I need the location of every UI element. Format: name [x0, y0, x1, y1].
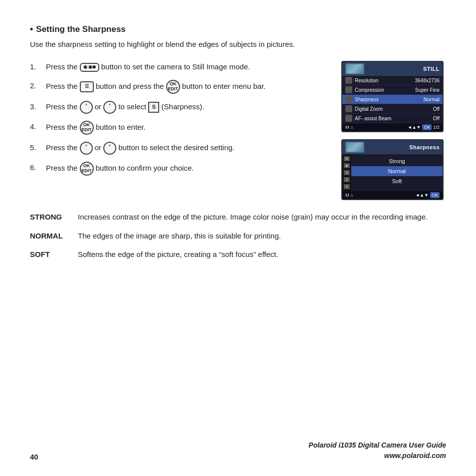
row-icon — [345, 77, 352, 84]
def-term: STRONG — [30, 211, 70, 223]
still-menu-screen: STILL Resolution 3648x2736 Compression S… — [341, 61, 444, 132]
section-title: • Setting the Sharpness — [30, 24, 446, 34]
screen1-row-resolution: Resolution 3648x2736 — [342, 76, 443, 85]
definition-normal: NORMAL The edges of the image are sharp,… — [30, 230, 446, 241]
ok-badge-2: OK — [430, 192, 440, 198]
camera-thumbnail — [345, 63, 364, 74]
home-icon-2: ⌂ — [351, 193, 353, 198]
menu-btn-icon: ☰ — [80, 81, 94, 92]
screen2-options: StrongNormalSoft — [351, 154, 443, 191]
step-5-num: 5. — [30, 142, 41, 155]
side-icon-2: ■ — [344, 163, 350, 168]
step-1-num: 1. — [30, 61, 41, 72]
ok-badge: OK — [422, 124, 432, 130]
step-2-num: 2. — [30, 80, 41, 94]
row-value: Normal — [424, 97, 440, 102]
step-2-text: Press the ☰ button and press the OKEDIT … — [46, 80, 329, 94]
row-label: Compression — [355, 87, 415, 93]
step-3-text: Press the ˄ or ˅ to select S (Sharpness)… — [46, 101, 329, 114]
step-1-text: Press the ◉ ◉⬢ button to set the camera … — [46, 61, 329, 72]
def-desc: Softens the edge of the picture, creatin… — [78, 248, 446, 260]
side-icon-3: S — [344, 170, 350, 175]
home-icon: ⌂ — [351, 125, 353, 130]
page-number: 40 — [30, 453, 38, 461]
row-value: 3648x2736 — [415, 78, 440, 83]
step-5: 5. Press the ˄ or ˅ button to select the… — [30, 142, 329, 155]
screen1-footer-icons: M ⌂ — [345, 125, 353, 130]
definition-soft: SOFT Softens the edge of the picture, cr… — [30, 248, 446, 260]
definition-strong: STRONG Increases contrast on the edge of… — [30, 211, 446, 223]
screen2-header: Sharpness — [342, 140, 443, 154]
row-icon — [345, 115, 352, 122]
side-icon-5: A — [344, 184, 350, 189]
step-3: 3. Press the ˄ or ˅ to select S (Sharpne… — [30, 101, 329, 114]
nav-icons: ◄▲▼ — [408, 125, 421, 130]
definitions-section: STRONG Increases contrast on the edge of… — [30, 211, 446, 260]
step-1: 1. Press the ◉ ◉⬢ button to set the came… — [30, 61, 329, 72]
step-3-num: 3. — [30, 101, 41, 114]
footer-brand: Polaroid i1035 Digital Camera User Guide… — [309, 440, 446, 461]
page: • Setting the Sharpness Use the sharpnes… — [0, 0, 476, 476]
or-text-1: or — [95, 102, 104, 111]
step-6-num: 6. — [30, 162, 41, 176]
sharpness-submenu-screen: Sharpness M ■ S Z A StrongNormalSoft M — [341, 139, 444, 200]
bullet: • — [30, 24, 33, 34]
screen1-menu-rows: Resolution 3648x2736 Compression Super F… — [342, 76, 443, 123]
row-label: Resolution — [355, 78, 415, 83]
mode-icon: M — [345, 125, 349, 130]
steps-column: 1. Press the ◉ ◉⬢ button to set the came… — [30, 61, 329, 200]
row-value: Super Fine — [415, 87, 440, 93]
camera-thumbnail-2 — [345, 142, 364, 153]
section-heading: Setting the Sharpness — [36, 24, 125, 34]
screen1-footer: M ⌂ ◄▲▼ OK 1/2 — [342, 123, 443, 131]
screen1-page: 1/2 — [433, 125, 440, 130]
content-area: 1. Press the ◉ ◉⬢ button to set the came… — [30, 61, 446, 200]
screen2-footer: M ⌂ ◄▲▼ OK — [342, 191, 443, 199]
row-label: AF- assist Beam — [355, 116, 433, 121]
screen2-footer-icons: M ⌂ — [345, 193, 353, 198]
step-6: 6. Press the OKEDIT button to confirm yo… — [30, 162, 329, 176]
footer-brand-line2: www.polaroid.com — [309, 451, 446, 461]
row-value: Off — [433, 116, 440, 121]
screen2-side-icons: M ■ S Z A — [342, 154, 351, 191]
mode-icon-2: M — [345, 193, 349, 198]
nav-icons-2: ◄▲▼ — [415, 193, 429, 198]
fish-image-2 — [347, 143, 363, 152]
sharpness-option-normal: Normal — [351, 166, 443, 176]
sharpness-option-strong: Strong — [351, 156, 443, 166]
row-label: Digital Zoom — [355, 106, 433, 112]
step-5-text: Press the ˄ or ˅ button to select the de… — [46, 142, 329, 155]
ok-btn-step4-icon: OKEDIT — [80, 121, 94, 135]
footer-brand-line1: Polaroid i1035 Digital Camera User Guide — [309, 440, 446, 451]
row-label: Sharpness — [355, 97, 424, 102]
row-icon — [345, 105, 352, 112]
step-4-num: 4. — [30, 121, 41, 135]
ok-btn-step6-icon: OKEDIT — [80, 162, 94, 176]
screen1-row-compression: Compression Super Fine — [342, 85, 443, 95]
screen2-body: M ■ S Z A StrongNormalSoft — [342, 154, 443, 191]
screen1-header: STILL — [342, 62, 443, 76]
def-desc: Increases contrast on the edge of the pi… — [78, 211, 446, 223]
step-4-text: Press the OKEDIT button to enter. — [46, 121, 329, 135]
screen2-footer-nav: ◄▲▼ OK — [415, 192, 440, 198]
def-desc: The edges of the image are sharp, this i… — [78, 230, 446, 241]
ok-edit-btn-icon: OKEDIT — [166, 80, 180, 94]
def-term: NORMAL — [30, 230, 70, 241]
or-text-2: or — [95, 143, 104, 152]
still-mode-icon: ◉ ◉⬢ — [80, 63, 99, 72]
row-icon — [345, 96, 352, 103]
nav-up-step5-icon: ˄ — [80, 142, 93, 155]
side-icon-1: M — [344, 156, 350, 161]
row-icon — [345, 86, 352, 93]
def-term: SOFT — [30, 248, 70, 260]
nav-down-icon: ˅ — [103, 101, 116, 114]
step-4: 4. Press the OKEDIT button to enter. — [30, 121, 329, 135]
fish-image — [347, 64, 363, 73]
screen1-row-af--assist-beam: AF- assist Beam Off — [342, 114, 443, 123]
screen2-title: Sharpness — [409, 144, 440, 150]
side-icon-4: Z — [344, 177, 350, 182]
nav-down-step5-icon: ˅ — [103, 142, 116, 155]
sharpness-option-soft: Soft — [351, 176, 443, 186]
sharpness-select-icon: S — [148, 102, 159, 113]
screenshots-column: STILL Resolution 3648x2736 Compression S… — [341, 61, 446, 200]
